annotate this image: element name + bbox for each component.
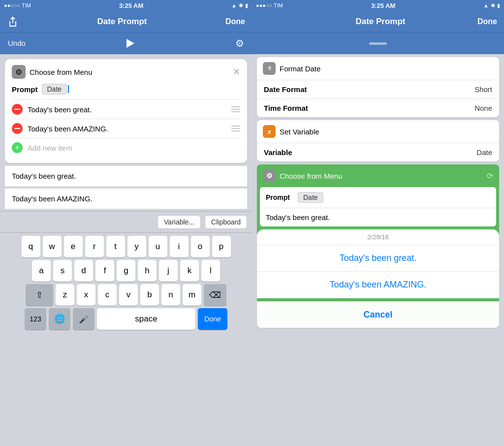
left-battery-icon: ▮: [245, 2, 248, 9]
key-numbers[interactable]: 123: [25, 308, 46, 330]
key-a[interactable]: a: [32, 260, 51, 282]
green-choose-from-menu-block: ⚙ Choose from Menu ⟳ Prompt Date Today's…: [257, 164, 499, 328]
add-item-placeholder[interactable]: Add new item: [28, 144, 240, 152]
drag-handle-2[interactable]: [231, 126, 240, 131]
key-b[interactable]: b: [140, 284, 159, 306]
right-status-right: ▲ ✱ ▮: [483, 2, 500, 9]
key-m[interactable]: m: [183, 284, 201, 306]
right-phone-panel: ●●●○○ TIM 3:25 AM ▲ ✱ ▮ Date Prompt Done…: [252, 0, 504, 446]
set-variable-icon: x: [263, 125, 276, 138]
green-block-content: Prompt Date Today's been great.: [260, 187, 496, 226]
key-t[interactable]: t: [106, 236, 125, 257]
key-k[interactable]: k: [180, 260, 199, 282]
modal-option-1[interactable]: Today's been great.: [257, 245, 499, 272]
time-format-label: Time Format: [264, 104, 474, 112]
variable-row: Variable Date: [257, 143, 499, 161]
date-format-value[interactable]: Short: [474, 85, 492, 94]
date-format-label: Date Format: [264, 85, 474, 94]
key-q[interactable]: q: [22, 236, 40, 257]
variable-value[interactable]: Date: [476, 148, 492, 157]
left-toolbar: Undo ⚙: [0, 32, 252, 54]
modal-cancel-button[interactable]: Cancel: [257, 301, 499, 328]
key-l[interactable]: l: [201, 260, 220, 282]
list-item-text-1: Today's been great.: [28, 105, 227, 114]
date-format-row: Date Format Short: [257, 80, 499, 98]
loading-icon: ⟳: [487, 171, 493, 181]
close-button[interactable]: ✕: [233, 67, 240, 76]
key-p[interactable]: p: [212, 236, 231, 257]
green-item-text: Today's been great.: [260, 208, 496, 226]
key-e[interactable]: e: [64, 236, 83, 257]
undo-button[interactable]: Undo: [8, 39, 26, 47]
green-prompt-tag[interactable]: Date: [298, 192, 323, 203]
key-mic[interactable]: 🎤: [73, 308, 94, 330]
right-arrow-icon: ▲: [483, 2, 489, 8]
list-item-add: + Add new item: [12, 138, 240, 157]
prompt-label: Prompt: [12, 85, 38, 94]
key-r[interactable]: r: [85, 236, 104, 257]
key-z[interactable]: z: [56, 284, 74, 306]
key-n[interactable]: n: [161, 284, 180, 306]
right-status-bar: ●●●○○ TIM 3:25 AM ▲ ✱ ▮: [252, 0, 504, 11]
key-done[interactable]: Done: [198, 308, 227, 330]
key-u[interactable]: u: [149, 236, 167, 257]
set-variable-title: Set Variable: [280, 127, 319, 136]
keyboard-row-2: a s d f g h j k l: [1, 260, 251, 282]
right-nav-title: Date Prompt: [355, 17, 405, 27]
scroll-handle[interactable]: [252, 32, 504, 54]
gear-button[interactable]: ⚙: [235, 37, 244, 49]
choose-from-menu-card: ⚙ Choose from Menu ✕ Prompt Date Today's…: [5, 59, 247, 163]
list-item-text-2: Today's been AMAZING.: [28, 125, 227, 133]
green-prompt-label: Prompt: [266, 193, 290, 201]
key-d[interactable]: d: [74, 260, 93, 282]
key-i[interactable]: i: [170, 236, 189, 257]
modal-option-2[interactable]: Today's been AMAZING.: [257, 272, 499, 298]
key-o[interactable]: o: [191, 236, 210, 257]
right-content: ⠿ Format Date Date Format Short Time For…: [252, 54, 504, 446]
selection-text-1: Today's been great.: [12, 172, 76, 180]
key-c[interactable]: c: [98, 284, 117, 306]
key-j[interactable]: j: [159, 260, 178, 282]
green-inner-header: Prompt Date: [260, 187, 496, 208]
key-shift[interactable]: ⇧: [26, 284, 53, 306]
drag-handle-1[interactable]: [231, 106, 240, 112]
left-nav-bar: Date Prompt Done: [0, 11, 252, 32]
key-space[interactable]: space: [97, 308, 195, 330]
key-f[interactable]: f: [95, 260, 114, 282]
add-button[interactable]: +: [12, 142, 23, 153]
play-button[interactable]: [126, 39, 134, 48]
variable-button[interactable]: Variable...: [158, 215, 201, 229]
left-content-area: ⚙ Choose from Menu ✕ Prompt Date Today's…: [0, 54, 252, 446]
key-y[interactable]: y: [127, 236, 146, 257]
right-nav-bar: Date Prompt Done: [252, 11, 504, 32]
remove-button-1[interactable]: [12, 104, 23, 115]
time-format-value[interactable]: None: [474, 104, 492, 112]
key-g[interactable]: g: [117, 260, 135, 282]
share-icon[interactable]: [7, 16, 19, 28]
left-done-button[interactable]: Done: [225, 17, 245, 26]
clipboard-button[interactable]: Clipboard: [205, 215, 247, 229]
remove-button-2[interactable]: [12, 123, 23, 134]
right-status-left: ●●●○○ TIM: [256, 2, 283, 8]
keyboard-row-1: q w e r t y u i o p: [1, 236, 251, 257]
modal-date: 2/29/16: [257, 229, 499, 245]
key-h[interactable]: h: [138, 260, 157, 282]
right-done-button[interactable]: Done: [477, 17, 497, 26]
prompt-tag[interactable]: Date: [42, 84, 67, 95]
modal-dialog: 2/29/16 Today's been great. Today's been…: [257, 229, 499, 298]
selection-block-2[interactable]: Today's been AMAZING.: [5, 189, 247, 209]
key-w[interactable]: w: [43, 236, 62, 257]
key-x[interactable]: x: [77, 284, 95, 306]
key-v[interactable]: v: [119, 284, 138, 306]
key-globe[interactable]: 🌐: [49, 308, 70, 330]
variable-label: Variable: [264, 148, 476, 157]
left-arrow-icon: ▲: [231, 2, 237, 8]
key-s[interactable]: s: [53, 260, 72, 282]
left-status-left: ●●○○○ TIM: [4, 2, 31, 8]
keyboard-row-4: 123 🌐 🎤 space Done: [1, 308, 251, 330]
list-item-1: Today's been great.: [12, 99, 240, 119]
scroll-indicator: [369, 42, 387, 45]
green-card-icon: ⚙: [263, 169, 276, 182]
key-delete[interactable]: ⌫: [204, 284, 226, 306]
selection-block-1[interactable]: Today's been great.: [5, 166, 247, 187]
